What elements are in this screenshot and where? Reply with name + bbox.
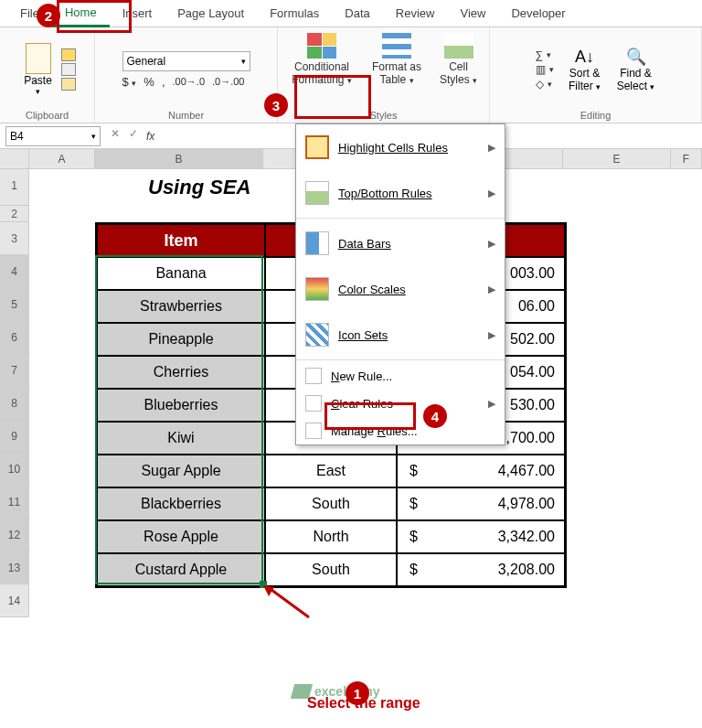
cell-currency[interactable]: $: [397, 455, 430, 487]
enter-formula-button[interactable]: ✓: [124, 127, 143, 145]
clear-rules-icon: [305, 395, 322, 412]
row-header-8[interactable]: 8: [0, 387, 29, 420]
menu-highlight-cells[interactable]: HHighlight Cells Rulesighlight Cells Rul…: [296, 124, 505, 170]
cell-item[interactable]: Rose Apple: [97, 520, 265, 553]
cell-region[interactable]: East: [265, 455, 397, 487]
col-header-a[interactable]: A: [29, 149, 95, 169]
chevron-down-icon: ▾: [36, 87, 40, 96]
tab-developer[interactable]: Developer: [498, 1, 578, 26]
row-header-1[interactable]: 1: [0, 169, 29, 206]
conditional-formatting-button[interactable]: Conditional Formatting ▾: [283, 31, 360, 86]
cell-item[interactable]: Banana: [97, 257, 265, 290]
table-row: Sugar AppleEast$4,467.00: [97, 455, 565, 487]
tab-review[interactable]: Review: [383, 1, 448, 26]
format-as-table-button[interactable]: Format as Table ▾: [364, 31, 430, 86]
cell-amount[interactable]: 4,978.00: [430, 487, 565, 520]
cell-item[interactable]: Cherries: [97, 356, 265, 389]
title-text: Using SEA: [148, 176, 250, 199]
sort-filter-button[interactable]: A↓ Sort & Filter ▾: [561, 48, 609, 92]
tab-page-layout[interactable]: Page Layout: [165, 1, 257, 26]
clipboard-small-buttons: [61, 48, 76, 91]
menu-top-bottom[interactable]: Top/Bottom Rules ▶: [296, 170, 505, 216]
format-as-table-icon: [382, 33, 411, 59]
submenu-arrow-icon: ▶: [488, 284, 495, 295]
col-header-f[interactable]: F: [671, 149, 702, 169]
select-all-corner[interactable]: [0, 149, 29, 169]
copy-icon[interactable]: [61, 63, 76, 76]
row-header-4[interactable]: 4: [0, 255, 29, 288]
cancel-formula-button[interactable]: ✕: [106, 127, 124, 145]
cell-amount[interactable]: 3,342.00: [430, 520, 565, 553]
cell-item[interactable]: Custard Apple: [97, 553, 265, 586]
table-row: Rose AppleNorth$3,342.00: [97, 520, 565, 553]
cell-currency[interactable]: $: [397, 520, 430, 553]
tab-formulas[interactable]: Formulas: [257, 1, 332, 26]
accounting-format-button[interactable]: $ ▾: [122, 75, 137, 89]
cf-label-1: Conditional: [294, 60, 349, 73]
cell-region[interactable]: South: [265, 553, 397, 586]
menu-clear-rules[interactable]: Clear Rules ▶: [296, 390, 505, 417]
group-label-number: Number: [168, 110, 204, 121]
tab-insert[interactable]: Insert: [110, 1, 165, 26]
cell-amount[interactable]: 4,467.00: [430, 455, 565, 487]
callout-2: 2: [37, 4, 60, 27]
fill-button[interactable]: ▥▾: [536, 63, 554, 76]
menu-icon-sets[interactable]: Icon Sets ▶: [296, 312, 505, 358]
cell-region[interactable]: South: [265, 487, 397, 520]
highlight-cells-icon: [305, 135, 329, 159]
new-rule-icon: [305, 368, 322, 384]
row-header-14[interactable]: 14: [0, 584, 29, 617]
cell-item[interactable]: Sugar Apple: [97, 455, 265, 487]
cell-item[interactable]: Kiwi: [97, 422, 265, 455]
row-header-10[interactable]: 10: [0, 453, 29, 486]
clear-button[interactable]: ◇▾: [536, 78, 554, 91]
cell-item[interactable]: Pineapple: [97, 323, 265, 356]
name-box[interactable]: B4 ▾: [5, 126, 101, 146]
cell-region[interactable]: North: [265, 520, 397, 553]
format-painter-icon[interactable]: [61, 78, 76, 91]
cut-icon[interactable]: [61, 48, 76, 61]
col-header-e[interactable]: E: [563, 149, 671, 169]
group-clipboard: Paste ▾ Clipboard: [0, 27, 95, 123]
paste-button[interactable]: Paste ▾: [19, 43, 58, 96]
tab-home[interactable]: Home: [52, 0, 110, 27]
find-select-button[interactable]: 🔍 Find & Select ▾: [612, 47, 660, 92]
cell-amount[interactable]: 3,208.00: [430, 553, 565, 586]
menu-manage-rules[interactable]: Manage Rules...: [296, 417, 505, 444]
group-label-clipboard: Clipboard: [26, 110, 69, 121]
cell-item[interactable]: Blackberries: [97, 487, 265, 520]
menu-data-bars[interactable]: Data Bars ▶: [296, 220, 505, 266]
increase-decimal-button[interactable]: .00→.0: [173, 76, 205, 87]
row-header-11[interactable]: 11: [0, 486, 29, 519]
row-header-5[interactable]: 5: [0, 288, 29, 321]
number-format-select[interactable]: General ▾: [122, 51, 250, 71]
row-header-3[interactable]: 3: [0, 222, 29, 255]
cell-styles-button[interactable]: Cell Styles ▾: [433, 31, 484, 86]
cell-currency[interactable]: $: [397, 487, 430, 520]
group-editing: ∑▾ ▥▾ ◇▾ A↓ Sort & Filter ▾ 🔍 Find & Sel…: [490, 27, 702, 123]
decrease-decimal-button[interactable]: .0→.00: [212, 76, 244, 87]
col-header-b[interactable]: B: [95, 149, 263, 169]
menu-color-scales[interactable]: Color Scales ▶: [296, 266, 505, 312]
autosum-button[interactable]: ∑▾: [536, 48, 554, 61]
find-label-1: Find &: [620, 67, 652, 80]
tab-view[interactable]: View: [447, 1, 498, 26]
comma-style-button[interactable]: ,: [162, 75, 165, 89]
submenu-arrow-icon: ▶: [488, 187, 495, 199]
fat-label-1: Format as: [372, 60, 421, 73]
percent-button[interactable]: %: [144, 75, 154, 89]
data-bars-icon: [305, 231, 329, 255]
row-header-6[interactable]: 6: [0, 321, 29, 354]
row-header-7[interactable]: 7: [0, 354, 29, 387]
menu-new-rule[interactable]: New Rule...: [296, 362, 505, 390]
row-header-12[interactable]: 12: [0, 519, 29, 551]
row-header-9[interactable]: 9: [0, 420, 29, 453]
fx-icon[interactable]: fx: [146, 130, 154, 143]
row-header-2[interactable]: 2: [0, 206, 29, 222]
cell-item[interactable]: Strawberries: [97, 290, 265, 323]
row-header-13[interactable]: 13: [0, 551, 29, 584]
cell-item[interactable]: Blueberries: [97, 389, 265, 422]
tab-data[interactable]: Data: [332, 1, 382, 26]
callout-1: 1: [346, 681, 369, 705]
cell-currency[interactable]: $: [397, 553, 430, 586]
